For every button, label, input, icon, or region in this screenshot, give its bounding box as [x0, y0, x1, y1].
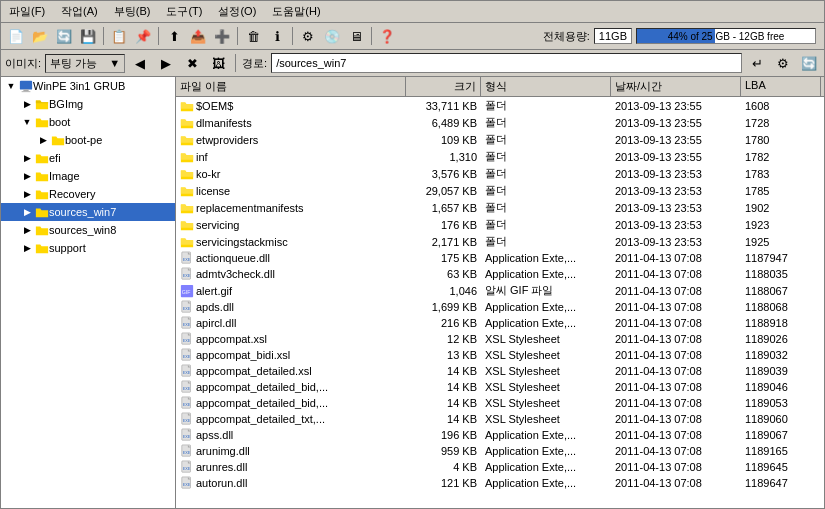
boot-button[interactable]: 🖥 [345, 25, 367, 47]
sidebar-item-image[interactable]: ▶ Image [1, 167, 175, 185]
table-row[interactable]: EXE autorun.dll 121 KB Application Exte,… [176, 475, 824, 491]
table-row[interactable]: EXE admtv3check.dll 63 KB Application Ex… [176, 266, 824, 282]
toggle-sources-win8[interactable]: ▶ [19, 222, 35, 238]
table-row[interactable]: EXE apircl.dll 216 KB Application Exte,.… [176, 315, 824, 331]
table-row[interactable]: license 29,057 KB 폴더 2013-09-13 23:53 17… [176, 182, 824, 199]
col-header-type[interactable]: 형식 [481, 77, 611, 96]
burn-button[interactable]: 💿 [321, 25, 343, 47]
save-button[interactable]: 💾 [77, 25, 99, 47]
menu-boot[interactable]: 부팅(B) [110, 3, 155, 20]
cell-date: 2011-04-13 07:08 [611, 349, 741, 361]
up-button[interactable]: ⬆ [163, 25, 185, 47]
file-list[interactable]: $OEM$ 33,711 KB 폴더 2013-09-13 23:55 1608… [176, 97, 824, 508]
folder-icon-efi [35, 151, 49, 165]
table-row[interactable]: replacementmanifests 1,657 KB 폴더 2013-09… [176, 199, 824, 216]
table-row[interactable]: servicing 176 KB 폴더 2013-09-13 23:53 192… [176, 216, 824, 233]
copy-button[interactable]: 📋 [108, 25, 130, 47]
file-row-icon: EXE [180, 412, 194, 426]
help-button[interactable]: ❓ [376, 25, 398, 47]
file-row-icon: EXE [180, 251, 194, 265]
toggle-efi[interactable]: ▶ [19, 150, 35, 166]
cell-lba: 1189046 [741, 381, 821, 393]
extract-button[interactable]: 📤 [187, 25, 209, 47]
addr-fwd-button[interactable]: ▶ [155, 52, 177, 74]
table-row[interactable]: EXE appcompat_detailed_bid,... 14 KB XSL… [176, 379, 824, 395]
cell-type: Application Exte,... [481, 445, 611, 457]
sidebar-item-boot[interactable]: ▼ boot [1, 113, 175, 131]
toggle-bgimg[interactable]: ▶ [19, 96, 35, 112]
table-row[interactable]: EXE arunimg.dll 959 KB Application Exte,… [176, 443, 824, 459]
cell-size: 14 KB [406, 365, 481, 377]
menu-task[interactable]: 작업(A) [57, 3, 102, 20]
cell-type: Application Exte,... [481, 317, 611, 329]
addr-back-button[interactable]: ◀ [129, 52, 151, 74]
col-header-lba[interactable]: LBA [741, 77, 821, 96]
table-row[interactable]: GIF alert.gif 1,046 알씨 GIF 파일 2011-04-13… [176, 282, 824, 299]
table-row[interactable]: dlmanifests 6,489 KB 폴더 2013-09-13 23:55… [176, 114, 824, 131]
image-dropdown[interactable]: 부팅 가능 ▼ [45, 54, 125, 73]
cell-date: 2011-04-13 07:08 [611, 461, 741, 473]
sidebar-item-bgimg[interactable]: ▶ BGImg [1, 95, 175, 113]
address-input[interactable] [271, 53, 742, 73]
cell-date: 2011-04-13 07:08 [611, 268, 741, 280]
sidebar-item-winpe[interactable]: ▼ WinPE 3in1 GRUB [1, 77, 175, 95]
add-button[interactable]: ➕ [211, 25, 233, 47]
col-header-name[interactable]: 파일 이름 [176, 77, 406, 96]
addr-go-button[interactable]: ↵ [746, 52, 768, 74]
props-button[interactable]: ℹ [266, 25, 288, 47]
sidebar-item-efi[interactable]: ▶ efi [1, 149, 175, 167]
menu-help[interactable]: 도움말(H) [268, 3, 324, 20]
table-row[interactable]: servicingstackmisc 2,171 KB 폴더 2013-09-1… [176, 233, 824, 250]
open-button[interactable]: 📂 [29, 25, 51, 47]
toggle-winpe[interactable]: ▼ [3, 78, 19, 94]
sidebar-item-support[interactable]: ▶ support [1, 239, 175, 257]
gif-row-icon: GIF [180, 284, 194, 298]
table-row[interactable]: inf 1,310 폴더 2013-09-13 23:55 1782 [176, 148, 824, 165]
sidebar-item-sources-win7[interactable]: ▶ sources_win7 [1, 203, 175, 221]
file-row-icon: EXE [180, 267, 194, 281]
table-row[interactable]: ko-kr 3,576 KB 폴더 2013-09-13 23:53 1783 [176, 165, 824, 182]
table-row[interactable]: EXE apss.dll 196 KB Application Exte,...… [176, 427, 824, 443]
col-header-size[interactable]: 크기 [406, 77, 481, 96]
table-row[interactable]: EXE actionqueue.dll 175 KB Application E… [176, 250, 824, 266]
sidebar-item-recovery[interactable]: ▶ Recovery [1, 185, 175, 203]
paste-button[interactable]: 📌 [132, 25, 154, 47]
sidebar-label-winpe: WinPE 3in1 GRUB [33, 80, 125, 92]
folder-icon-sources-win8 [35, 223, 49, 237]
menu-tools[interactable]: 도구(T) [162, 3, 206, 20]
new-button[interactable]: 📄 [5, 25, 27, 47]
table-row[interactable]: EXE apds.dll 1,699 KB Application Exte,.… [176, 299, 824, 315]
dropdown-arrow-icon: ▼ [109, 57, 120, 69]
table-row[interactable]: EXE arunres.dll 4 KB Application Exte,..… [176, 459, 824, 475]
cell-lba: 1188067 [741, 285, 821, 297]
toggle-support[interactable]: ▶ [19, 240, 35, 256]
cell-type: 폴더 [481, 200, 611, 215]
toggle-image[interactable]: ▶ [19, 168, 35, 184]
col-header-date[interactable]: 날짜/시간 [611, 77, 741, 96]
table-row[interactable]: $OEM$ 33,711 KB 폴더 2013-09-13 23:55 1608 [176, 97, 824, 114]
addr-settings-button[interactable]: ⚙ [772, 52, 794, 74]
toggle-boot-pe[interactable]: ▶ [35, 132, 51, 148]
addr-img-button[interactable]: 🖼 [207, 52, 229, 74]
table-row[interactable]: EXE appcompat_bidi.xsl 13 KB XSL Stylesh… [176, 347, 824, 363]
addr-del-button[interactable]: ✖ [181, 52, 203, 74]
table-row[interactable]: etwproviders 109 KB 폴더 2013-09-13 23:55 … [176, 131, 824, 148]
cell-lba: 1189032 [741, 349, 821, 361]
delete-button[interactable]: 🗑 [242, 25, 264, 47]
table-row[interactable]: EXE appcompat.xsl 12 KB XSL Stylesheet 2… [176, 331, 824, 347]
menu-file[interactable]: 파일(F) [5, 3, 49, 20]
cell-type: XSL Stylesheet [481, 349, 611, 361]
toggle-sources-win7[interactable]: ▶ [19, 204, 35, 220]
cell-date: 2013-09-13 23:55 [611, 100, 741, 112]
table-row[interactable]: EXE appcompat_detailed_txt,... 14 KB XSL… [176, 411, 824, 427]
toggle-recovery[interactable]: ▶ [19, 186, 35, 202]
toggle-boot[interactable]: ▼ [19, 114, 35, 130]
refresh-button[interactable]: 🔄 [53, 25, 75, 47]
addr-refresh-button[interactable]: 🔄 [798, 52, 820, 74]
sidebar-item-sources-win8[interactable]: ▶ sources_win8 [1, 221, 175, 239]
table-row[interactable]: EXE appcompat_detailed_bid,... 14 KB XSL… [176, 395, 824, 411]
menu-settings[interactable]: 설정(O) [214, 3, 260, 20]
table-row[interactable]: EXE appcompat_detailed.xsl 14 KB XSL Sty… [176, 363, 824, 379]
sidebar-item-boot-pe[interactable]: ▶ boot-pe [1, 131, 175, 149]
settings-button[interactable]: ⚙ [297, 25, 319, 47]
